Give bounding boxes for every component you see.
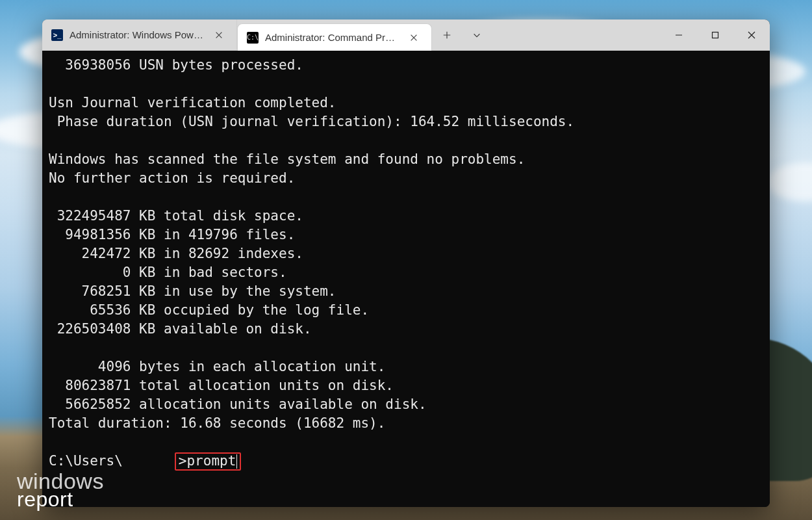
tab-strip: >_ Administrator: Windows PowerShell C:\… bbox=[42, 20, 432, 50]
terminal-text: 36938056 USN bytes processed. Usn Journa… bbox=[49, 57, 574, 431]
highlighted-command: >prompt bbox=[175, 452, 242, 471]
typed-command: prompt bbox=[186, 452, 236, 471]
close-icon bbox=[409, 33, 418, 42]
close-window-button[interactable] bbox=[733, 20, 770, 50]
maximize-icon bbox=[711, 31, 719, 39]
maximize-button[interactable] bbox=[697, 20, 733, 50]
plus-icon bbox=[442, 31, 451, 40]
minimize-icon bbox=[675, 31, 683, 39]
close-icon bbox=[214, 31, 223, 40]
prompt-gt: > bbox=[179, 452, 187, 471]
tab-powershell[interactable]: >_ Administrator: Windows PowerShell bbox=[42, 20, 237, 50]
desktop-wallpaper: >_ Administrator: Windows PowerShell C:\… bbox=[0, 0, 812, 520]
terminal-output[interactable]: 36938056 USN bytes processed. Usn Journa… bbox=[42, 51, 770, 507]
terminal-window: >_ Administrator: Windows PowerShell C:\… bbox=[42, 20, 770, 507]
svg-rect-0 bbox=[713, 32, 718, 38]
cmd-icon: C:\ bbox=[247, 32, 259, 44]
tab-dropdown-button[interactable] bbox=[462, 20, 492, 50]
titlebar-drag-region[interactable] bbox=[492, 20, 661, 50]
new-tab-button[interactable] bbox=[432, 20, 462, 50]
watermark-line1: windows bbox=[17, 469, 104, 493]
prompt-prefix: C:\Users\ bbox=[49, 452, 123, 471]
tab-title: Administrator: Windows PowerShell bbox=[70, 29, 204, 40]
close-tab-button[interactable] bbox=[210, 27, 227, 44]
tab-cmd[interactable]: C:\ Administrator: Command Prompt bbox=[237, 23, 432, 51]
cloud-decoration bbox=[767, 162, 812, 202]
watermark: windows report bbox=[17, 472, 104, 508]
text-caret bbox=[236, 454, 237, 469]
minimize-button[interactable] bbox=[661, 20, 697, 50]
prompt-line: C:\Users\>prompt bbox=[49, 452, 763, 471]
chevron-down-icon bbox=[472, 31, 481, 40]
powershell-icon: >_ bbox=[51, 29, 63, 41]
window-buttons bbox=[661, 20, 770, 50]
titlebar[interactable]: >_ Administrator: Windows PowerShell C:\… bbox=[42, 20, 770, 51]
close-icon bbox=[748, 31, 755, 39]
tab-title: Administrator: Command Prompt bbox=[265, 32, 399, 43]
close-tab-button[interactable] bbox=[405, 29, 422, 46]
